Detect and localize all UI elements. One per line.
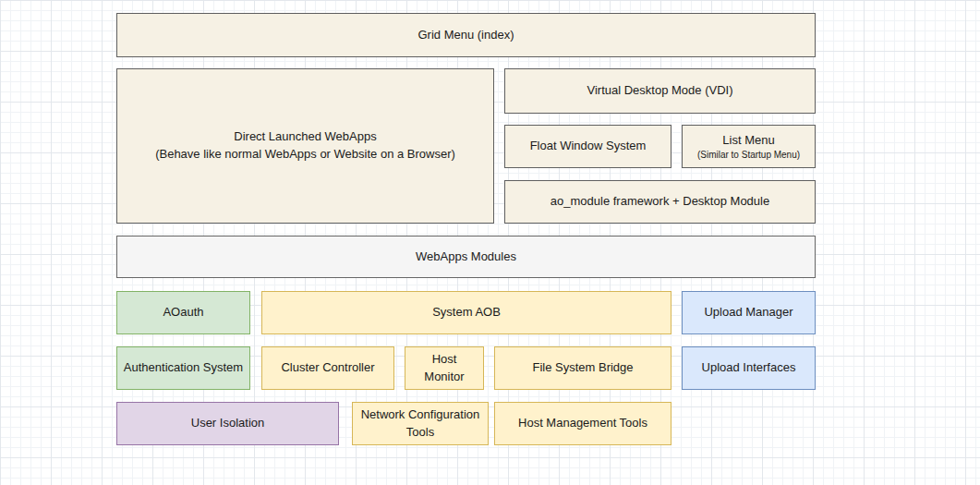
node-direct-launched-webapps: Direct Launched WebApps (Behave like nor… xyxy=(116,68,494,224)
node-authentication-system: Authentication System xyxy=(116,346,250,390)
node-ao-module-framework-label: ao_module framework + Desktop Module xyxy=(550,193,769,211)
node-authentication-system-label: Authentication System xyxy=(124,359,243,377)
node-file-system-bridge-label: File System Bridge xyxy=(532,359,633,377)
node-upload-manager: Upload Manager xyxy=(682,291,816,334)
node-webapps-modules: WebApps Modules xyxy=(116,236,816,278)
node-host-monitor: Host Monitor xyxy=(405,346,484,390)
node-grid-menu: Grid Menu (index) xyxy=(116,13,816,57)
node-virtual-desktop-mode-label: Virtual Desktop Mode (VDI) xyxy=(587,82,733,100)
node-host-management-tools-label: Host Management Tools xyxy=(518,415,647,432)
node-system-aob: System AOB xyxy=(261,291,671,334)
node-cluster-controller: Cluster Controller xyxy=(261,346,394,390)
node-upload-interfaces-label: Upload Interfaces xyxy=(702,359,796,377)
node-host-management-tools: Host Management Tools xyxy=(494,402,671,445)
node-host-monitor-label: Host Monitor xyxy=(411,351,478,386)
node-virtual-desktop-mode: Virtual Desktop Mode (VDI) xyxy=(504,68,816,114)
node-list-menu-sublabel: (Similar to Startup Menu) xyxy=(697,149,800,161)
node-network-configuration-tools-label: Network Configuration Tools xyxy=(358,406,482,442)
node-ao-module-framework: ao_module framework + Desktop Module xyxy=(504,180,816,224)
diagram-canvas: Grid Menu (index) Direct Launched WebApp… xyxy=(0,0,980,485)
node-list-menu-label: List Menu xyxy=(722,132,774,150)
node-system-aob-label: System AOB xyxy=(432,304,501,321)
node-list-menu: List Menu (Similar to Startup Menu) xyxy=(682,125,816,168)
node-aoauth-label: AOauth xyxy=(163,304,203,321)
node-upload-interfaces: Upload Interfaces xyxy=(682,346,816,390)
node-file-system-bridge: File System Bridge xyxy=(494,346,671,390)
node-aoauth: AOauth xyxy=(116,291,250,334)
node-float-window-system-label: Float Window System xyxy=(530,138,647,155)
node-grid-menu-label: Grid Menu (index) xyxy=(417,27,514,44)
node-webapps-modules-label: WebApps Modules xyxy=(416,249,516,266)
node-float-window-system: Float Window System xyxy=(504,125,671,168)
node-user-isolation-label: User Isolation xyxy=(191,415,264,432)
node-network-configuration-tools: Network Configuration Tools xyxy=(352,402,489,445)
node-direct-launched-webapps-sublabel: (Behave like normal WebApps or Website o… xyxy=(155,146,455,164)
node-direct-launched-webapps-label: Direct Launched WebApps xyxy=(234,128,376,146)
node-cluster-controller-label: Cluster Controller xyxy=(281,359,374,377)
node-upload-manager-label: Upload Manager xyxy=(704,304,792,321)
node-user-isolation: User Isolation xyxy=(116,402,339,445)
